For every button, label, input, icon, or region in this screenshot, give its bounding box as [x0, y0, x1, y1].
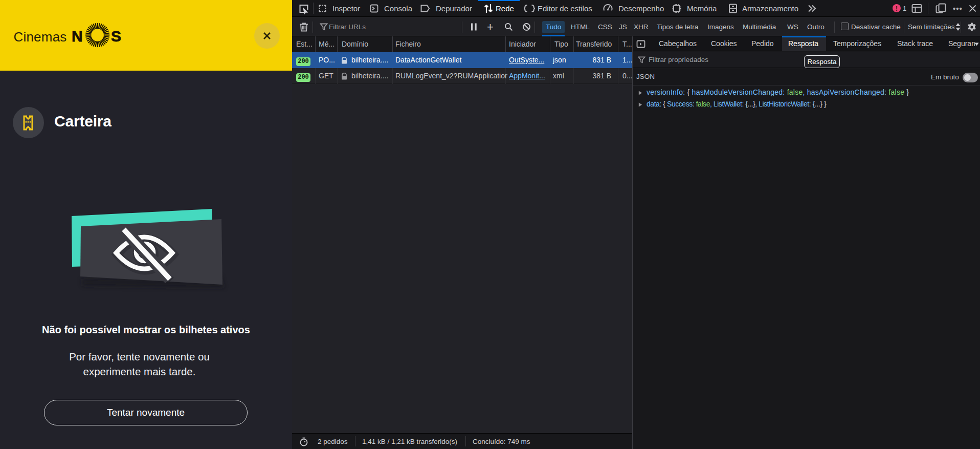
svg-text:N: N — [72, 28, 83, 45]
svg-text:S: S — [111, 28, 121, 45]
svg-text:Cinemas: Cinemas — [14, 29, 67, 45]
